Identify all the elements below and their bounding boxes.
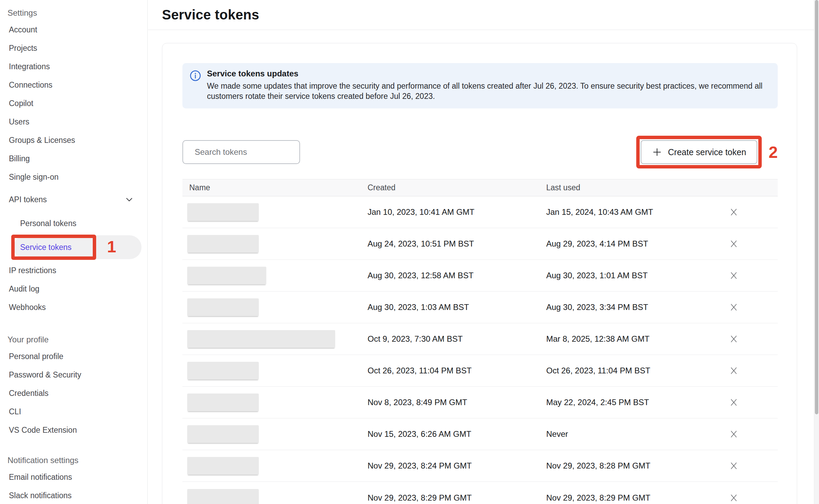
sidebar-item-personal-tokens[interactable]: Personal tokens — [0, 214, 147, 233]
token-name-placeholder — [187, 394, 259, 411]
delete-token-button[interactable] — [724, 329, 743, 349]
delete-token-button[interactable] — [724, 425, 743, 444]
table-row: Nov 29, 2023, 8:24 PM GMT Nov 29, 2023, … — [182, 450, 778, 482]
close-icon — [729, 493, 738, 502]
delete-token-button[interactable] — [724, 488, 743, 504]
banner-title: Service tokens updates — [207, 69, 770, 78]
create-button-label: Create service token — [668, 147, 746, 157]
info-icon — [190, 70, 201, 81]
token-name-placeholder — [187, 362, 259, 380]
last-used-cell: Aug 30, 2023, 3:34 PM BST — [546, 302, 724, 312]
last-used-cell: Oct 26, 2023, 11:04 PM BST — [546, 366, 724, 375]
delete-token-button[interactable] — [724, 203, 743, 222]
service-tokens-label: Service tokens — [20, 243, 72, 252]
sidebar-item-connections[interactable]: Connections — [0, 76, 147, 94]
sidebar-item-api-tokens[interactable]: API tokens — [0, 190, 147, 209]
sidebar-item-email-notifications[interactable]: Email notifications — [0, 468, 147, 486]
search-box — [182, 140, 300, 164]
column-header-created: Created — [368, 183, 546, 192]
close-icon — [729, 430, 738, 439]
sidebar-item-users[interactable]: Users — [0, 113, 147, 131]
close-icon — [729, 366, 738, 375]
table-row: Oct 26, 2023, 11:04 PM BST Oct 26, 2023,… — [182, 355, 778, 387]
close-icon — [729, 461, 738, 470]
close-icon — [729, 271, 738, 280]
create-service-token-area: Create service token 2 — [636, 136, 778, 168]
created-cell: Nov 29, 2023, 8:29 PM GMT — [368, 493, 546, 503]
annotation-label-2: 2 — [769, 143, 778, 162]
created-cell: Aug 30, 2023, 12:58 AM BST — [368, 271, 546, 280]
created-cell: Oct 26, 2023, 11:04 PM BST — [368, 366, 546, 375]
last-used-cell: Aug 29, 2023, 4:14 PM BST — [546, 239, 724, 249]
page-title: Service tokens — [162, 7, 259, 23]
created-cell: Nov 29, 2023, 8:24 PM GMT — [368, 461, 546, 471]
info-banner: Service tokens updates We made some upda… — [182, 63, 778, 108]
sidebar-item-slack-notifications[interactable]: Slack notifications — [0, 486, 147, 504]
token-name-placeholder — [187, 457, 259, 475]
table-row: Jan 10, 2023, 10:41 AM GMT Jan 15, 2024,… — [182, 196, 778, 228]
token-name-placeholder — [187, 330, 335, 348]
delete-token-button[interactable] — [724, 361, 743, 380]
table-row: Nov 29, 2023, 8:29 PM GMT Nov 29, 2023, … — [182, 482, 778, 504]
sidebar-item-credentials[interactable]: Credentials — [0, 384, 147, 402]
created-cell: Jan 10, 2023, 10:41 AM GMT — [368, 207, 546, 217]
last-used-cell: Never — [546, 429, 724, 439]
sidebar-item-groups-licenses[interactable]: Groups & Licenses — [0, 131, 147, 149]
scrollbar-thumb[interactable] — [815, 0, 818, 414]
plus-icon — [652, 147, 662, 157]
chevron-down-icon — [125, 195, 134, 204]
close-icon — [729, 208, 738, 217]
sidebar-item-audit-log[interactable]: Audit log — [0, 280, 147, 298]
sidebar-section-your-profile: Your profile — [0, 332, 147, 347]
close-icon — [729, 239, 738, 248]
sidebar-item-password-security[interactable]: Password & Security — [0, 366, 147, 384]
sidebar-item-vscode-extension[interactable]: VS Code Extension — [0, 421, 147, 439]
banner-body: We made some updates that improve the se… — [207, 81, 770, 101]
sidebar-item-ip-restrictions[interactable]: IP restrictions — [0, 261, 147, 280]
delete-token-button[interactable] — [724, 393, 743, 412]
sidebar-item-personal-profile[interactable]: Personal profile — [0, 347, 147, 366]
created-cell: Nov 15, 2023, 6:26 AM GMT — [368, 429, 546, 439]
table-row: Nov 8, 2023, 8:49 PM GMT May 22, 2024, 2… — [182, 387, 778, 418]
token-name-placeholder — [187, 298, 259, 316]
sidebar-section-settings: Settings — [0, 5, 147, 20]
created-cell: Nov 8, 2023, 8:49 PM GMT — [368, 398, 546, 407]
delete-token-button[interactable] — [724, 266, 743, 285]
close-icon — [729, 398, 738, 407]
delete-token-button[interactable] — [724, 298, 743, 317]
sidebar-item-webhooks[interactable]: Webhooks — [0, 298, 147, 316]
sidebar-item-service-tokens-row: Service tokens 1 — [0, 235, 147, 259]
sidebar-item-billing[interactable]: Billing — [0, 149, 147, 168]
created-cell: Aug 30, 2023, 1:03 AM BST — [368, 302, 546, 312]
token-name-placeholder — [187, 267, 266, 284]
table-row: Oct 9, 2023, 7:30 AM BST Mar 8, 2025, 12… — [182, 323, 778, 355]
main-content: Service tokens Service tokens updates We… — [148, 0, 814, 504]
sidebar-item-copilot[interactable]: Copilot — [0, 94, 147, 113]
sidebar-item-single-sign-on[interactable]: Single sign-on — [0, 168, 147, 186]
service-tokens-page: Settings Account Projects Integrations C… — [0, 0, 819, 504]
sidebar-section-notification-settings: Notification settings — [0, 453, 147, 468]
create-service-token-button[interactable]: Create service token — [641, 140, 757, 164]
column-header-name: Name — [182, 183, 368, 192]
page-header: Service tokens — [148, 0, 814, 30]
created-cell: Aug 24, 2023, 10:51 PM BST — [368, 239, 546, 249]
token-name-placeholder — [187, 203, 259, 221]
last-used-cell: Mar 8, 2025, 12:38 AM GMT — [546, 334, 724, 344]
sidebar-item-account[interactable]: Account — [0, 20, 147, 39]
sidebar-item-service-tokens[interactable]: Service tokens — [14, 235, 142, 259]
sidebar-item-integrations[interactable]: Integrations — [0, 57, 147, 76]
close-icon — [729, 303, 738, 312]
last-used-cell: Aug 30, 2023, 1:01 AM BST — [546, 271, 724, 280]
search-input[interactable] — [195, 147, 300, 157]
table-row: Aug 30, 2023, 12:58 AM BST Aug 30, 2023,… — [182, 260, 778, 292]
scrollbar-track[interactable] — [814, 0, 819, 504]
annotation-box-2: Create service token — [636, 136, 762, 168]
sidebar-item-projects[interactable]: Projects — [0, 39, 147, 57]
token-name-placeholder — [187, 235, 259, 253]
column-header-last-used: Last used — [546, 183, 724, 192]
sidebar-item-cli[interactable]: CLI — [0, 402, 147, 421]
delete-token-button[interactable] — [724, 456, 743, 475]
delete-token-button[interactable] — [724, 234, 743, 253]
api-tokens-label: API tokens — [9, 195, 47, 204]
close-icon — [729, 335, 738, 343]
